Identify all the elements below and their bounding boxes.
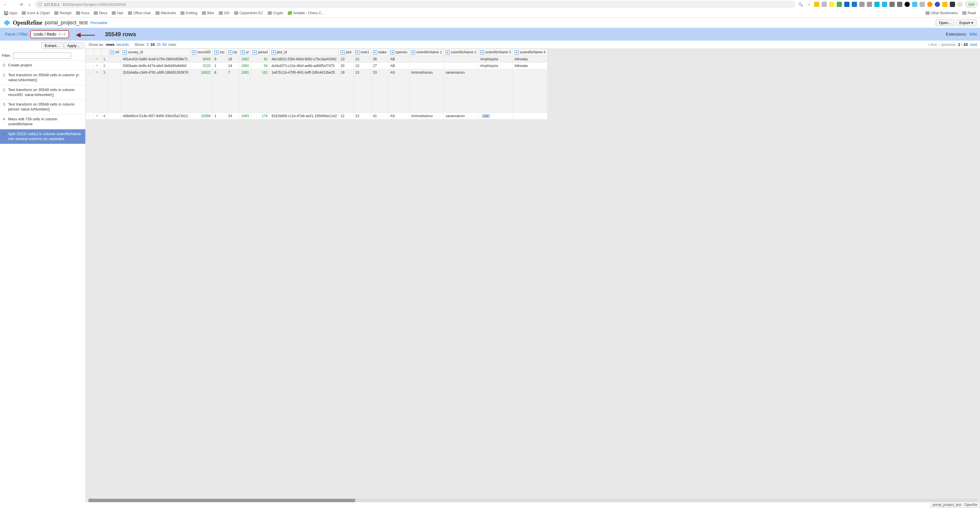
ext-icon[interactable]	[844, 2, 850, 7]
cell[interactable]: 179	[251, 113, 269, 119]
cell[interactable]: AS	[388, 69, 409, 113]
column-dropdown-icon[interactable]: ▼	[515, 51, 519, 54]
url-bar[interactable]: ⓘ 127.0.0.1:3333/project?project=2565240…	[35, 1, 795, 8]
page-prev[interactable]: ‹ previous	[939, 42, 956, 47]
column-dropdown-icon[interactable]: ▼	[123, 51, 127, 54]
column-header[interactable]: ▼scientificName 2	[444, 49, 478, 56]
cell[interactable]: Amphispiza	[478, 56, 513, 63]
puzzle-icon[interactable]	[950, 2, 955, 7]
column-header[interactable]: ▼scientificName 4	[513, 49, 547, 56]
column-dropdown-icon[interactable]: ▼	[390, 51, 394, 54]
ext-icon[interactable]	[882, 2, 887, 7]
page-size-10[interactable]: 10	[151, 42, 154, 47]
bookmark-item[interactable]: Deca	[92, 10, 109, 16]
apps-button[interactable]: Apps	[2, 10, 19, 16]
cell[interactable]: dcbbd373-c22e-46ef-ae8b-ad88f5cf7475	[269, 63, 339, 69]
history-item[interactable]: 3.Text transform on 35549 cells in colum…	[0, 100, 85, 114]
star-icon[interactable]: ☆	[88, 57, 92, 61]
cell[interactable]: 13	[353, 69, 371, 113]
ext-icon[interactable]	[920, 2, 925, 7]
star-icon[interactable]: ☆	[88, 70, 92, 75]
cell[interactable]: 27	[371, 63, 388, 69]
cell[interactable]: AB	[388, 56, 409, 63]
column-dropdown-icon[interactable]: ▼	[215, 51, 218, 54]
cell[interactable]: bilineata	[513, 63, 547, 69]
column-dropdown-icon[interactable]: ▼	[272, 51, 275, 54]
cell[interactable]: 36	[371, 56, 388, 63]
cell[interactable]: 24	[226, 63, 239, 69]
flag-icon[interactable]: ⚑	[95, 114, 100, 118]
open-button[interactable]: Open...	[935, 19, 955, 26]
ext-icon[interactable]	[912, 2, 917, 7]
reload-button[interactable]: ⟳	[19, 2, 24, 7]
extract-button[interactable]: Extract…	[41, 42, 63, 49]
cell[interactable]: 1993	[239, 113, 251, 119]
export-button[interactable]: Export ▾	[956, 19, 977, 26]
column-header[interactable]: ▼scientificName 3	[478, 49, 513, 56]
cell[interactable]: Ammodramus	[409, 69, 444, 113]
cell[interactable]: 18932	[190, 69, 212, 113]
cell[interactable]: e98e66c4-514b-45f7-9d95-336c05a72b21	[121, 113, 190, 119]
cell[interactable]: 41	[371, 113, 388, 119]
bookmark-item[interactable]: Crypto	[266, 10, 285, 16]
history-item[interactable]: 1.Text transform on 35549 cells in colum…	[0, 70, 85, 85]
column-header[interactable]: ▼scientificName 1	[409, 49, 444, 56]
cell[interactable]: 7	[226, 69, 239, 113]
cell[interactable]: Ammodramus	[409, 113, 444, 119]
cell[interactable]: 2b1b4a8a-c3e9-4781-a5f9-18b081383876	[121, 69, 190, 113]
column-header[interactable]: ▼mo	[212, 49, 226, 56]
column-header[interactable]: ▼plot	[339, 49, 353, 56]
avatar-icon[interactable]	[958, 2, 963, 7]
history-item[interactable]: 0.Create project	[0, 60, 85, 70]
cell[interactable]: 20588	[190, 113, 212, 119]
update-button[interactable]: Upd	[965, 1, 978, 8]
ext-icon[interactable]	[927, 2, 932, 7]
column-dropdown-icon[interactable]: ▼	[110, 51, 114, 54]
reading-list[interactable]: Read	[961, 10, 978, 16]
column-header[interactable]: ▼note1	[353, 49, 371, 56]
column-header[interactable]: ▼species	[388, 49, 409, 56]
zoom-icon[interactable]: 🔍	[798, 2, 803, 7]
cell[interactable]: 13	[353, 63, 371, 69]
cell[interactable]: 1	[212, 113, 226, 119]
cell[interactable]: 91829d58-c12e-47e8-ae31-185f46be21d2	[269, 113, 339, 119]
page-size-5[interactable]: 5	[147, 42, 149, 47]
page-next[interactable]: next	[970, 42, 977, 47]
cell[interactable]: f280bade-4e9b-447d-afe0-9e6d45e6bfb0	[121, 63, 190, 69]
bookmark-item[interactable]: SSI	[217, 10, 231, 16]
column-dropdown-icon[interactable]: ▼	[192, 51, 196, 54]
cell[interactable]: 19	[339, 69, 353, 113]
column-header[interactable]: ▼stake	[371, 49, 388, 56]
history-item[interactable]: 5.Split 20231 cell(s) in column scientif…	[0, 129, 85, 144]
scrollbar-thumb[interactable]	[89, 499, 355, 502]
cell[interactable]: 54	[251, 63, 269, 69]
cell[interactable]: bilineata	[513, 56, 547, 63]
column-dropdown-icon[interactable]: ▼	[445, 51, 450, 54]
home-button[interactable]: ⌂	[27, 2, 32, 7]
ext-icon[interactable]	[852, 2, 857, 7]
extensions-wiki-link[interactable]: Wiki	[970, 32, 977, 37]
cell[interactable]	[409, 56, 444, 63]
history-item[interactable]: 2.Text transform on 35549 cells in colum…	[0, 85, 85, 100]
cell[interactable]	[513, 69, 547, 113]
cell[interactable]: 12	[339, 113, 353, 119]
page-first[interactable]: « first	[928, 42, 937, 47]
column-dropdown-icon[interactable]: ▼	[340, 51, 345, 54]
ext-icon[interactable]	[942, 2, 948, 7]
cell[interactable]	[444, 63, 478, 69]
ext-icon[interactable]	[867, 2, 872, 7]
cell[interactable]: 1982	[239, 56, 251, 63]
ext-icon[interactable]	[859, 2, 864, 7]
cell[interactable]: 491ec41b-0a80-4ce9-b754-2983c6f38e71	[121, 56, 190, 63]
forward-button[interactable]: →	[10, 2, 16, 7]
column-dropdown-icon[interactable]: ▼	[228, 51, 232, 54]
cell[interactable]: 13	[353, 56, 371, 63]
horizontal-scrollbar[interactable]	[89, 499, 977, 502]
cell[interactable]: 18	[226, 56, 239, 63]
cell[interactable]: 13	[339, 56, 353, 63]
cell[interactable]: savannarum	[444, 113, 478, 119]
cell[interactable]: AS	[388, 113, 409, 119]
column-dropdown-icon[interactable]: ▼	[241, 51, 245, 54]
column-dropdown-icon[interactable]: ▼	[355, 51, 360, 54]
ext-icon[interactable]	[897, 2, 902, 7]
